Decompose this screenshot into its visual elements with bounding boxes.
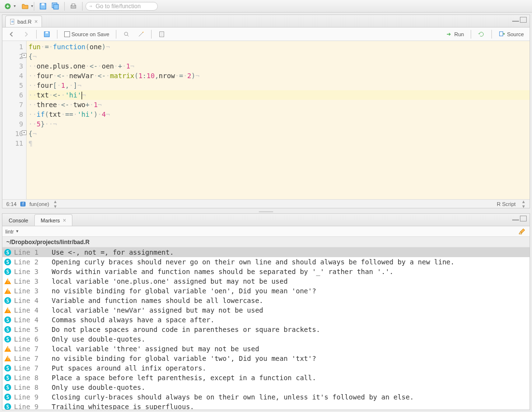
rerun-button[interactable] [475,30,488,39]
svg-rect-6 [72,4,75,6]
marker-row[interactable]: SLine 3Words within variable and functio… [2,267,530,276]
marker-line: Line 5 [14,326,49,333]
marker-row[interactable]: SLine 4Variable and function names shoul… [2,296,530,305]
marker-message: Closing curly-braces should always be on… [52,393,414,401]
marker-line: Line 4 [14,297,49,304]
tab-console[interactable]: Console [2,214,34,226]
warning-icon [4,356,11,361]
marker-message: Use <-, not =, for assignment. [52,248,174,256]
marker-message: Opening curly braces should never go on … [52,258,454,266]
file-tab-bad-r[interactable]: R bad.R × [5,15,42,27]
goto-file-input[interactable]: Go to file/function [85,2,158,11]
style-icon: S [4,336,11,343]
save-doc-button[interactable] [41,30,53,39]
marker-row[interactable]: SLine 6Only use double-quotes. [2,334,530,344]
new-file-button[interactable]: ▼ [2,1,14,11]
marker-row[interactable]: Line 3local variable 'one.plus.one' assi… [2,276,530,286]
style-icon: S [4,316,11,323]
marker-line: Line 8 [14,374,49,382]
marker-line: Line 4 [14,306,49,314]
goto-placeholder: Go to file/function [96,3,140,10]
marker-row[interactable]: Line 7no visible binding for global vari… [2,354,530,363]
run-button[interactable]: Run [443,30,467,39]
marker-line: Line 7 [14,345,49,353]
marker-row[interactable]: SLine 8Place a space before left parenth… [2,373,530,383]
marker-message: Only use double-quotes. [52,384,145,391]
marker-row[interactable]: Line 3no visible binding for global vari… [2,286,530,296]
svg-text:R: R [12,20,14,23]
marker-message: Do not place spaces around code in paren… [52,326,320,333]
open-file-button[interactable]: ▼ [19,1,31,11]
marker-row[interactable]: SLine 7Put spaces around all infix opera… [2,363,530,373]
style-icon: S [4,268,11,275]
marker-message: Only use double-quotes. [52,335,145,343]
maximize-panel-button[interactable] [520,17,527,23]
file-tab-label: bad.R [17,19,31,25]
svg-rect-10 [45,31,48,33]
editor-toolbar: Source on Save ▼ Run Source ▼ [2,27,530,41]
marker-line: Line 3 [14,277,49,285]
svg-rect-2 [42,3,44,5]
style-icon: S [4,249,11,256]
fn-scope[interactable]: fun(one) [29,201,49,207]
maximize-panel-button[interactable] [520,216,527,221]
marker-line: Line 4 [14,316,49,324]
tab-markers[interactable]: Markers× [34,214,72,226]
run-arrow-icon [446,31,453,38]
marker-message: no visible binding for global variable '… [52,355,316,362]
marker-line: Line 7 [14,355,49,362]
markers-source-dropdown[interactable]: lintr [5,229,14,234]
warning-icon [4,307,11,313]
minimize-panel-button[interactable] [512,216,519,220]
style-icon: S [4,297,11,304]
save-all-button[interactable] [50,1,61,11]
marker-line: Line 7 [14,364,49,372]
save-button[interactable] [37,1,49,11]
minimize-panel-button[interactable] [512,17,519,22]
wand-button[interactable]: ▼ [135,30,147,39]
svg-rect-4 [54,4,58,9]
marker-message: Trailing whitespace is superfluous. [52,403,194,410]
marker-row[interactable]: SLine 4Commas should always have a space… [2,315,530,325]
main-toolbar: ▼ ▼ Go to file/function [0,0,532,13]
code-editor[interactable]: 12▾345678910▾11 fun·=·function(one)¬ {¬ … [2,41,530,199]
marker-line: Line 1 [14,248,49,256]
style-icon: S [4,384,11,391]
notebook-button[interactable] [155,30,168,39]
warning-icon [4,346,11,352]
warning-icon [4,278,11,284]
forward-button[interactable] [20,30,32,39]
panel-window-controls [512,216,527,221]
marker-row[interactable]: SLine 9Closing curly-braces should alway… [2,392,530,402]
marker-row[interactable]: SLine 9Trailing whitespace is superfluou… [2,402,530,410]
gutter: 12▾345678910▾11 [2,41,27,199]
marker-line: Line 3 [14,287,49,295]
back-button[interactable] [5,30,18,39]
close-tab-icon[interactable]: × [63,217,66,224]
marker-row[interactable]: SLine 8Only use double-quotes. [2,383,530,392]
source-button[interactable]: Source ▼ [496,30,527,39]
marker-row[interactable]: SLine 1Use <-, not =, for assignment. [2,247,530,257]
source-on-save-checkbox[interactable]: Source on Save [61,30,112,38]
marker-row[interactable]: SLine 2Opening curly braces should never… [2,257,530,267]
goto-arrow-icon [89,4,94,9]
marker-message: no visible binding for global variable '… [52,287,316,295]
marker-row[interactable]: Line 4local variable 'newVar' assigned b… [2,305,530,315]
clear-markers-button[interactable] [518,228,526,235]
markers-file-path[interactable]: ~/Dropbox/projects/lintr/bad.R [2,237,530,247]
style-icon: S [4,259,11,265]
print-button[interactable] [68,1,79,11]
chevron-down-icon: ▼ [13,4,16,8]
mode-label[interactable]: R Script [497,201,516,207]
source-icon [499,31,505,38]
close-tab-icon[interactable]: × [34,18,38,25]
find-button[interactable] [120,30,133,39]
markers-list: SLine 1Use <-, not =, for assignment.SLi… [2,247,530,410]
marker-row[interactable]: SLine 5Do not place spaces around code i… [2,325,530,334]
marker-row[interactable]: Line 7local variable 'three' assigned bu… [2,344,530,354]
marker-message: Words within variable and function names… [52,268,393,275]
fn-badge-icon: f [20,202,26,206]
marker-line: Line 3 [14,268,49,275]
style-icon: S [4,365,11,371]
markers-subtoolbar: lintr▼ [2,226,530,237]
